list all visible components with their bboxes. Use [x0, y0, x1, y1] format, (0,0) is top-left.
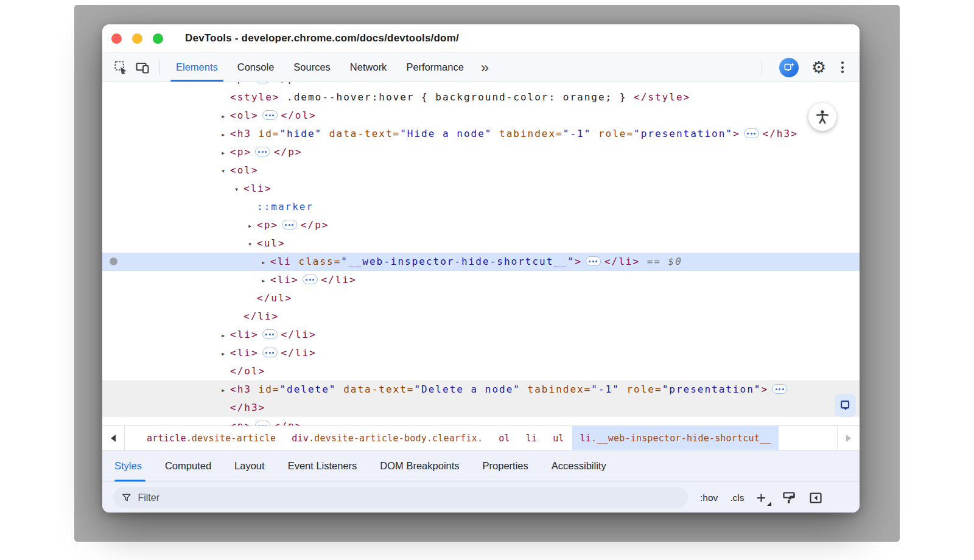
breadcrumb-item[interactable]: div.devsite-article-body.clearfix. [284, 426, 491, 450]
tab-network[interactable]: Network [340, 53, 397, 82]
twisty-expanded-icon[interactable]: ▾ [221, 162, 230, 180]
window-title: DevTools - developer.chrome.com/docs/dev… [185, 32, 459, 44]
ellipsis-expander-icon[interactable] [262, 110, 278, 120]
dom-tree-row[interactable]: ▸<h3 id="hide" data-text="Hide a node" t… [102, 125, 860, 143]
dom-tree-row[interactable]: ▸<li class="__web-inspector-hide-shortcu… [102, 253, 860, 271]
twisty-collapsed-icon[interactable]: ▸ [221, 326, 230, 345]
device-toolbar-button[interactable] [131, 57, 153, 79]
twisty-expanded-icon[interactable]: ▾ [234, 180, 244, 198]
twisty-collapsed-icon[interactable]: ▸ [221, 144, 230, 162]
dom-token-tag: <ol> [230, 164, 259, 176]
more-tabs-button[interactable]: » [474, 59, 496, 76]
dom-token-tag: > [575, 256, 582, 267]
dom-tree-row[interactable]: ▸<p></p> [102, 417, 860, 425]
twisty-collapsed-icon[interactable]: ▸ [221, 345, 230, 363]
ellipsis-expander-icon[interactable] [744, 128, 759, 138]
dom-tree-row[interactable]: </ul> [102, 289, 860, 307]
sidebar-tab-dom-breakpoints[interactable]: DOM Breakpoints [368, 450, 471, 481]
filter-field[interactable] [113, 487, 688, 508]
ellipsis-expander-icon[interactable] [586, 256, 601, 266]
dom-token-tag: </h3> [763, 128, 798, 139]
toggle-sidebar-button[interactable] [808, 491, 823, 505]
dom-tree-row[interactable]: </h3> [102, 399, 860, 417]
dom-tree-row[interactable]: ▸<li></li> [102, 326, 860, 344]
twisty-expanded-icon[interactable]: ▾ [248, 235, 257, 253]
breadcrumb-scroll-right-button[interactable] [837, 426, 860, 450]
crumb-class-names: .devsite-article [186, 433, 276, 444]
twisty-collapsed-icon[interactable]: ▸ [261, 253, 270, 271]
tab-elements[interactable]: Elements [166, 53, 228, 82]
sidebar-tab-accessibility[interactable]: Accessibility [540, 450, 618, 481]
dom-tree-row[interactable]: ▸<h3 id="delete" data-text="Delete a nod… [102, 380, 860, 399]
accessibility-overlay-button[interactable] [808, 103, 836, 131]
dom-token-val: "-1" [563, 128, 592, 139]
breadcrumb: article.devsite-articlediv.devsite-artic… [102, 425, 860, 450]
twisty-collapsed-icon[interactable]: ▸ [221, 107, 230, 125]
tab-console[interactable]: Console [228, 53, 284, 82]
breadcrumb-item[interactable]: ol [491, 426, 517, 450]
dom-tree-row[interactable]: ▾<ul> [102, 234, 860, 253]
twisty-collapsed-icon[interactable]: ▸ [221, 418, 230, 425]
dom-tree-row[interactable]: ::marker [102, 198, 860, 216]
new-style-rule-button[interactable]: + [757, 492, 770, 504]
element-classes-button[interactable]: .cls [730, 492, 744, 503]
dom-token-tag: </h3> [230, 402, 265, 413]
inspect-element-button[interactable] [110, 57, 131, 79]
dom-tree-row[interactable]: ▾<li> [102, 180, 860, 198]
ellipsis-expander-icon[interactable] [282, 220, 297, 229]
dom-tree-row[interactable]: </li> [102, 307, 860, 326]
element-peek-button[interactable] [835, 394, 856, 417]
ellipsis-expander-icon[interactable] [255, 147, 270, 156]
breadcrumb-scroll-left-button[interactable] [102, 426, 125, 450]
ellipsis-expander-icon[interactable] [262, 329, 278, 339]
dom-token-tag: <li [270, 256, 292, 267]
dom-tree-row[interactable]: ▾<ol> [102, 161, 860, 180]
rendering-emulation-button[interactable] [782, 491, 796, 505]
dom-token-tag: <h3 [230, 383, 251, 395]
sidebar-tab-computed[interactable]: Computed [153, 450, 223, 481]
breadcrumb-item[interactable]: li.__web-inspector-hide-shortcut__ [572, 426, 779, 450]
crumb-tag-name: ol [499, 433, 510, 444]
dom-tree-row[interactable]: ▸<p></p> [102, 216, 860, 234]
dom-token-tag: <p> [230, 82, 251, 85]
ellipsis-expander-icon[interactable] [255, 82, 270, 83]
dom-tree-row[interactable]: ▸<p></p> [102, 143, 860, 161]
breadcrumb-item[interactable]: article.devsite-article [139, 426, 284, 450]
minimize-window-button[interactable] [132, 33, 142, 44]
maximize-window-button[interactable] [153, 33, 163, 44]
dom-tree-row[interactable]: <style> .demo--hover:hover { background-… [102, 88, 860, 107]
title-bar: DevTools - developer.chrome.com/docs/dev… [102, 24, 860, 53]
sidebar-tab-event-listeners[interactable]: Event Listeners [276, 450, 369, 481]
customize-devtools-button[interactable] [839, 59, 846, 75]
twisty-collapsed-icon[interactable]: ▸ [221, 381, 230, 399]
twisty-collapsed-icon[interactable]: ▸ [248, 217, 257, 235]
sidebar-tab-styles[interactable]: Styles [114, 450, 153, 481]
settings-button[interactable]: ⚙ [810, 57, 828, 79]
devtools-window: DevTools - developer.chrome.com/docs/dev… [102, 24, 860, 513]
breadcrumb-item[interactable]: ul [545, 426, 572, 450]
dom-tree-row[interactable]: ▸<li></li> [102, 271, 860, 289]
close-window-button[interactable] [111, 33, 122, 44]
ellipsis-expander-icon[interactable] [303, 275, 318, 284]
twisty-collapsed-icon[interactable]: ▸ [261, 271, 270, 290]
filter-input[interactable] [138, 492, 680, 503]
dom-tree-row[interactable]: ▸<ol></ol> [102, 107, 860, 125]
ai-assistant-button[interactable] [779, 58, 799, 77]
ellipsis-expander-icon[interactable] [262, 348, 278, 357]
dom-token-attr: tabindex= [492, 128, 562, 139]
dom-tree-row[interactable]: ▸<li></li> [102, 344, 860, 362]
ellipsis-expander-icon[interactable] [772, 384, 787, 394]
breadcrumb-item[interactable]: li [518, 426, 545, 450]
dom-token-var: $0 [668, 256, 682, 267]
sidebar-tab-layout[interactable]: Layout [223, 450, 276, 481]
tab-sources[interactable]: Sources [284, 53, 340, 82]
ellipsis-expander-icon[interactable] [255, 421, 270, 425]
dom-token-attr: class= [292, 256, 341, 267]
dom-tree-row[interactable]: </ol> [102, 362, 860, 380]
tab-performance[interactable]: Performance [396, 53, 473, 82]
accessibility-person-icon [815, 109, 830, 125]
sidebar-tab-properties[interactable]: Properties [471, 450, 540, 481]
dom-tree-row[interactable]: ▸<p></p> [102, 82, 860, 88]
toggle-element-state-button[interactable]: :hov [700, 492, 718, 503]
twisty-collapsed-icon[interactable]: ▸ [221, 125, 230, 144]
